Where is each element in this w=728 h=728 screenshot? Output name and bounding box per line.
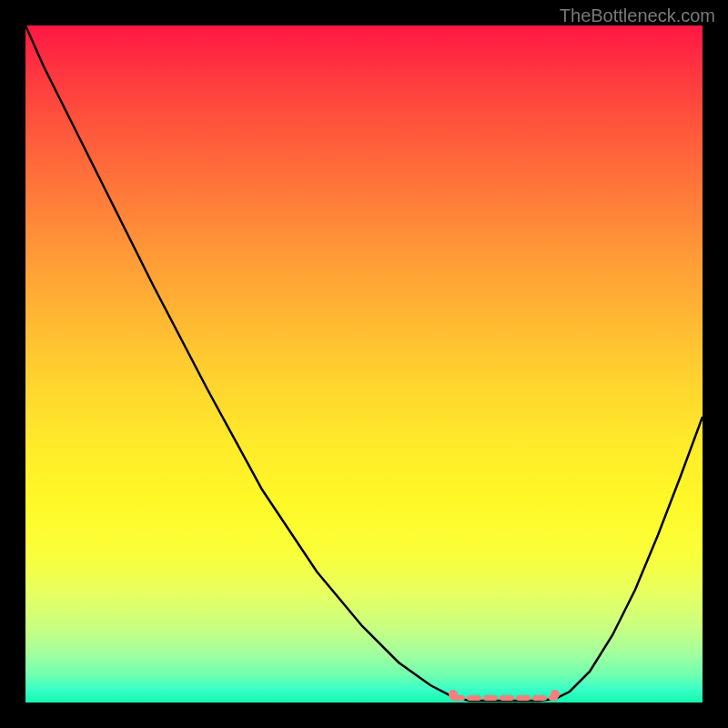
plot-area [25,25,703,703]
optimum-marker-dot-left [449,690,458,699]
curve-svg [25,25,703,703]
chart-frame: TheBottleneck.com [0,0,728,728]
watermark-text: TheBottleneck.com [560,5,715,26]
optimum-marker-dot-right [551,690,560,699]
bottleneck-curve [25,25,703,701]
